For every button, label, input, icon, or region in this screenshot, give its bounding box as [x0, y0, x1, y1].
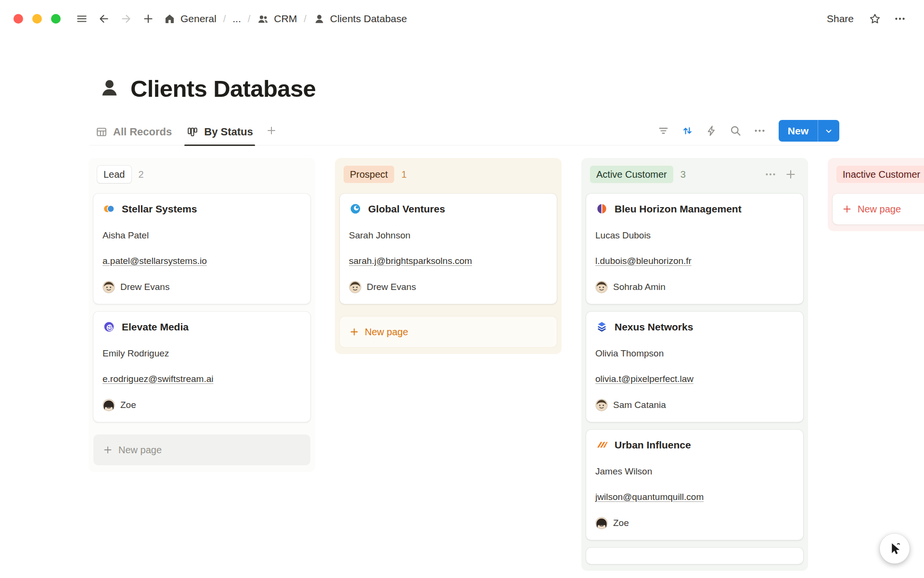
owner-property: Sam Catania: [595, 399, 794, 411]
column-count-active-customer: 3: [680, 169, 686, 180]
chevron-down-icon: [823, 126, 834, 136]
page-icon[interactable]: [98, 77, 121, 101]
breadcrumb-page[interactable]: Clients Database: [309, 11, 411, 27]
lightning-icon: [705, 124, 718, 137]
company-name: Stellar Systems: [122, 202, 197, 215]
blue-crescent-disc-logo-icon: [349, 202, 362, 215]
female-face-avatar: [103, 399, 115, 411]
email-link[interactable]: sarah.j@brightsparksolns.com: [349, 256, 472, 266]
topbar-actions: Share: [821, 9, 910, 28]
filter-button[interactable]: [654, 121, 674, 141]
new-page-button-lead[interactable]: New page: [93, 434, 310, 465]
tab-by-status[interactable]: By Status: [180, 118, 258, 145]
page-title[interactable]: Clients Database: [130, 75, 316, 102]
plus-icon: [784, 168, 797, 181]
owner-property: Drew Evans: [103, 281, 301, 293]
card-title-row: Global Ventures: [349, 202, 548, 215]
new-record-dropdown-button[interactable]: [818, 120, 839, 142]
share-button[interactable]: Share: [821, 10, 860, 27]
contact-name: Lucas Dubois: [595, 230, 794, 241]
new-tab-button[interactable]: [139, 9, 158, 28]
card-title-row: Elevate Media: [103, 320, 301, 333]
email-property: l.dubois@bleuhorizon.fr: [595, 255, 794, 267]
email-link[interactable]: l.dubois@bleuhorizon.fr: [595, 256, 692, 266]
back-button[interactable]: [94, 9, 114, 28]
new-page-button-prospect[interactable]: New page: [340, 316, 557, 347]
male-face-avatar: [349, 281, 361, 293]
add-view-button[interactable]: [262, 121, 281, 140]
more-icon: [764, 168, 777, 181]
sort-icon: [681, 124, 694, 137]
automation-button[interactable]: [702, 121, 722, 141]
column-cards-prospect: Global Ventures Sarah Johnson sarah.j@br…: [340, 194, 557, 304]
card-global-ventures[interactable]: Global Ventures Sarah Johnson sarah.j@br…: [340, 194, 557, 304]
sidebar-menu-button[interactable]: [72, 9, 91, 28]
plus-icon: [842, 204, 852, 214]
board-column-prospect: Prospect 1 Global Ventures Sarah Johnson…: [335, 158, 562, 354]
sort-button[interactable]: [678, 121, 698, 141]
forward-button[interactable]: [116, 9, 136, 28]
plus-icon: [266, 125, 277, 136]
email-link[interactable]: e.rodriguez@swiftstream.ai: [103, 374, 213, 384]
email-link[interactable]: jwilson@quantumquill.com: [595, 492, 704, 502]
new-page-button-inactive-customer[interactable]: New page: [833, 194, 924, 224]
new-record-button[interactable]: New: [779, 120, 818, 142]
cursor-icon: [887, 541, 902, 556]
column-actions: [762, 166, 799, 183]
window-topbar: General / ... / CRM / Clients Database S…: [0, 0, 924, 38]
breadcrumb-crm-label: CRM: [274, 13, 297, 25]
breadcrumb-crm[interactable]: CRM: [253, 11, 301, 27]
breadcrumb-separator: /: [303, 13, 308, 25]
card-bleu-horizon-management[interactable]: Bleu Horizon Management Lucas Dubois l.d…: [586, 194, 803, 304]
view-bar: All Records By Status: [90, 118, 839, 145]
column-title-prospect[interactable]: Prospect: [344, 166, 394, 183]
card-urban-influence[interactable]: Urban Influence James Wilson jwilson@qua…: [586, 430, 803, 540]
card-elevate-media[interactable]: Elevate Media Emily Rodriguez e.rodrigue…: [93, 312, 310, 422]
minimize-button[interactable]: [32, 14, 42, 24]
breadcrumb-page-label: Clients Database: [330, 13, 407, 25]
breadcrumb-ellipsis[interactable]: ...: [229, 11, 245, 27]
card-partially-visible[interactable]: [586, 548, 803, 564]
card-nexus-networks[interactable]: Nexus Networks Olivia Thompson olivia.t@…: [586, 312, 803, 422]
card-stellar-systems[interactable]: Stellar Systems Aisha Patel a.patel@stel…: [93, 194, 310, 304]
view-more-button[interactable]: [750, 121, 770, 141]
card-title-row: Stellar Systems: [103, 202, 301, 215]
zoom-button[interactable]: [51, 14, 61, 24]
contact-name: Aisha Patel: [103, 230, 301, 241]
contact-name: Olivia Thompson: [595, 348, 794, 359]
breadcrumb-home[interactable]: General: [160, 11, 220, 27]
owner-name: Zoe: [120, 399, 136, 411]
plus-icon: [142, 13, 154, 25]
orange-blue-circles-logo-icon: [103, 202, 116, 215]
card-title-row: Nexus Networks: [595, 320, 794, 333]
search-button[interactable]: [726, 121, 746, 141]
page-more-button[interactable]: [890, 9, 910, 28]
kanban-board: Lead 2 Stellar Systems Aisha Patel a.pat…: [0, 158, 924, 578]
close-button[interactable]: [13, 14, 23, 24]
view-actions: New: [654, 120, 839, 145]
column-title-active-customer[interactable]: Active Customer: [590, 166, 673, 183]
column-title-inactive-customer[interactable]: Inactive Customer: [836, 166, 924, 183]
column-header-active-customer: Active Customer 3: [586, 163, 803, 194]
column-more-button[interactable]: [762, 166, 779, 183]
email-link[interactable]: olivia.t@pixelperfect.law: [595, 374, 693, 384]
company-name: Nexus Networks: [615, 320, 693, 333]
owner-name: Sohrab Amin: [613, 281, 666, 293]
nav-controls: [72, 9, 158, 28]
column-add-card-button[interactable]: [782, 166, 799, 183]
orange-diagonal-stripes-logo-icon: [595, 438, 608, 451]
purple-spiral-logo-icon: [103, 320, 116, 333]
owner-name: Drew Evans: [120, 281, 169, 293]
email-link[interactable]: a.patel@stellarsystems.io: [103, 256, 207, 266]
column-title-lead[interactable]: Lead: [97, 166, 131, 183]
person-icon: [313, 13, 325, 25]
email-property: olivia.t@pixelperfect.law: [595, 373, 794, 385]
company-name: Urban Influence: [615, 438, 691, 451]
email-property: sarah.j@brightsparksolns.com: [349, 255, 548, 267]
breadcrumb-root-label: General: [180, 13, 217, 25]
board-column-lead: Lead 2 Stellar Systems Aisha Patel a.pat…: [89, 158, 315, 472]
menu-icon: [76, 13, 88, 25]
window-controls: [13, 14, 61, 24]
tab-all-records[interactable]: All Records: [90, 118, 178, 145]
favorite-button[interactable]: [865, 9, 885, 28]
